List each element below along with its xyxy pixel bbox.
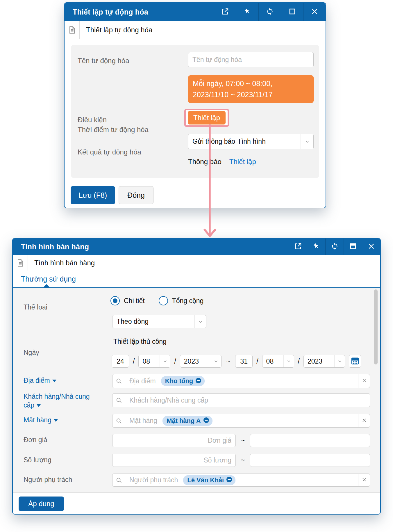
date-label: Ngày (24, 349, 39, 357)
radio-detail[interactable] (110, 296, 120, 305)
item-placeholder: Mặt hàng (125, 417, 157, 425)
scrollbar-thumb[interactable] (374, 289, 378, 364)
radio-total-label: Tổng cộng (172, 297, 204, 305)
condition-highlight-frame: Thiết lập (184, 109, 229, 127)
customer-search-field[interactable]: Khách hàng/Nhà cung cấp (112, 393, 370, 407)
clear-field-button[interactable] (358, 474, 370, 486)
date-separator: / (256, 357, 258, 365)
manager-placeholder: Người phụ trách (125, 476, 178, 484)
automation-name-input[interactable] (188, 52, 314, 67)
triangle-down-icon (54, 419, 58, 422)
to-day-input[interactable] (235, 355, 253, 368)
to-month-value: 08 (262, 355, 283, 367)
close-dialog-button[interactable]: Đóng (119, 186, 153, 204)
apply-button[interactable]: Áp dụng (19, 497, 64, 511)
dialog2-window-buttons (289, 239, 380, 255)
notification-setup-link[interactable]: Thiết lập (229, 158, 256, 166)
pin-icon (312, 242, 320, 251)
close-icon (311, 8, 319, 17)
quantity-to-input[interactable] (250, 454, 370, 467)
automation-schedule-chip[interactable]: Mỗi ngày, 07:00 ~ 08:00, 2023/11/10 ~ 20… (188, 75, 314, 103)
notification-text: Thông báo (188, 158, 221, 166)
from-day-input[interactable] (112, 355, 129, 368)
clear-x-icon (361, 477, 367, 484)
manager-label: Người phụ trách (24, 476, 72, 484)
range-tilde: ~ (225, 357, 231, 365)
document-icon (13, 255, 28, 271)
quantity-from-input[interactable] (112, 454, 236, 467)
location-search-field[interactable]: Địa điểm Kho tổng (112, 374, 370, 388)
manager-tag-text: Lê Văn Khải (187, 476, 224, 484)
save-button[interactable]: Lưu (F8) (71, 186, 115, 204)
clear-x-icon (361, 417, 367, 424)
result-type-select[interactable]: Gửi thông báo-Tình hình (188, 134, 314, 149)
from-month-select[interactable]: 08 (138, 355, 170, 368)
to-year-select[interactable]: 2023 (303, 355, 345, 368)
location-tag[interactable]: Kho tổng (161, 376, 205, 386)
tab-frequently-used[interactable]: Thường sử dụng (21, 275, 76, 283)
from-year-select[interactable]: 2023 (180, 355, 221, 368)
from-month-value: 08 (139, 355, 160, 367)
location-placeholder: Địa điểm (125, 377, 156, 385)
document-icon (65, 21, 80, 39)
search-icon (112, 414, 125, 427)
maximize-button[interactable] (344, 239, 362, 255)
condition-setup-button[interactable]: Thiết lập (188, 111, 226, 124)
open-in-new-icon (294, 242, 302, 251)
manager-search-field[interactable]: Người phụ trách Lê Văn Khải (112, 474, 370, 487)
customer-filter-label[interactable]: Khách hàng/Nhà cung cấp (24, 392, 96, 410)
chevron-down-icon (301, 134, 313, 149)
pin-button[interactable] (236, 3, 258, 21)
pin-icon (244, 8, 251, 17)
automation-name-label: Tên tự động hóa (78, 57, 129, 65)
to-month-select[interactable]: 08 (262, 355, 294, 368)
price-to-input[interactable] (250, 434, 370, 447)
date-separator: / (174, 357, 176, 365)
clear-field-button[interactable] (358, 414, 370, 427)
remove-tag-icon[interactable] (203, 417, 209, 424)
refresh-icon (331, 242, 339, 251)
automation-setup-dialog: Thiết lập tự động hóa Thiết lập tự động … (64, 2, 326, 208)
close-button[interactable] (362, 239, 380, 255)
category-label: Thể loại (24, 303, 47, 311)
schedule-line2: 2023/11/10 ~ 2023/11/17 (193, 89, 309, 100)
radio-total[interactable] (159, 296, 168, 305)
chevron-down-icon (283, 355, 294, 367)
item-label-text: Mặt hàng (24, 416, 51, 424)
remove-tag-icon[interactable] (226, 476, 232, 484)
price-range-row: ~ (112, 434, 370, 447)
customer-placeholder: Khách hàng/Nhà cung cấp (125, 396, 208, 404)
calendar-picker-button[interactable] (349, 355, 361, 368)
refresh-button[interactable] (325, 239, 344, 255)
close-icon (367, 242, 375, 251)
dialog2-titlebar: Tình hình bán hàng (13, 239, 380, 255)
search-icon (112, 394, 125, 407)
item-tag-text: Mặt hàng A (167, 417, 201, 425)
item-search-field[interactable]: Mặt hàng Mặt hàng A (112, 414, 370, 428)
maximize-button[interactable] (281, 3, 303, 21)
category-radio-group: Chi tiết Tổng cộng (110, 296, 213, 305)
category-mode-select[interactable]: Theo dòng (112, 315, 206, 328)
location-filter-label[interactable]: Địa điểm (24, 377, 56, 385)
open-in-new-button[interactable] (214, 3, 236, 21)
footer-divider (65, 182, 326, 182)
automation-form-panel: Tên tự động hóa Thời điểm tự động hóa Mỗ… (71, 45, 319, 178)
dialog2-window-title: Tình hình bán hàng (13, 243, 289, 251)
chevron-down-icon (211, 355, 221, 367)
search-icon (112, 374, 125, 388)
date-separator: / (133, 357, 135, 365)
result-label: Kết quả tự động hóa (78, 148, 141, 156)
manager-tag[interactable]: Lê Văn Khải (183, 475, 235, 485)
item-tag[interactable]: Mặt hàng A (162, 416, 212, 426)
remove-tag-icon[interactable] (195, 378, 201, 385)
clear-field-button[interactable] (358, 374, 370, 388)
from-year-value: 2023 (180, 355, 211, 367)
item-filter-label[interactable]: Mặt hàng (24, 416, 58, 424)
open-in-new-button[interactable] (289, 239, 307, 255)
close-button[interactable] (303, 3, 326, 21)
dialog1-body: Tên tự động hóa Thời điểm tự động hóa Mỗ… (65, 39, 326, 208)
triangle-down-icon (52, 380, 56, 382)
refresh-button[interactable] (258, 3, 281, 21)
price-from-input[interactable] (112, 434, 236, 447)
pin-button[interactable] (307, 239, 325, 255)
